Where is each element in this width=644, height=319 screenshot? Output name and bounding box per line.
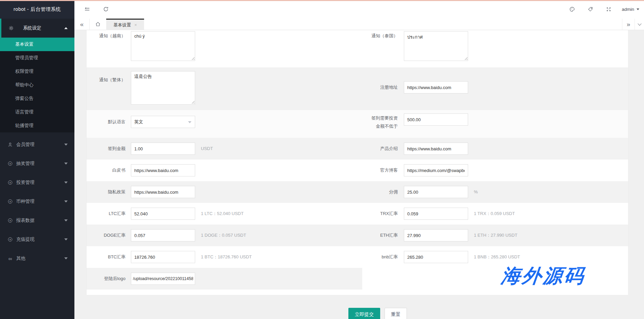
svg-text:¥: ¥ xyxy=(9,238,11,241)
commission-input[interactable] xyxy=(404,186,468,198)
svg-text:¥: ¥ xyxy=(9,162,11,165)
home-icon xyxy=(95,21,101,28)
collapse-menu-icon[interactable] xyxy=(82,4,92,14)
sidebar-item-popup-notice[interactable]: 弹窗公告 xyxy=(0,92,74,105)
double-chevron-right-icon: » xyxy=(627,21,630,27)
sidebar-item-help-center[interactable]: 帮助中心 xyxy=(0,78,74,92)
field-label: BTC汇率 xyxy=(87,251,129,263)
svg-text:¥: ¥ xyxy=(9,181,11,184)
chevron-down-icon xyxy=(64,238,68,240)
infinity-icon: ∞ xyxy=(7,256,13,261)
field-hint: 1 BTC：18726.760 USDT xyxy=(201,251,252,263)
tab-basic-settings[interactable]: 基本设置 × xyxy=(106,19,144,30)
chevron-down-icon xyxy=(638,22,641,25)
sidebar-section-other[interactable]: ∞ 其他 xyxy=(0,252,74,265)
main-content: 通知（越南） chú ý 通知（泰国） ประกาศ 通知（繁体） 這是公告 注… xyxy=(74,30,644,319)
notice-thailand-textarea[interactable]: ประกาศ xyxy=(404,31,468,61)
eth-rate-input[interactable] xyxy=(404,229,468,241)
bnb-rate-input[interactable] xyxy=(404,251,468,263)
field-label: 白皮书 xyxy=(87,164,129,176)
user-icon xyxy=(7,142,13,147)
sidebar-item-permission-management[interactable]: 权限管理 xyxy=(0,65,74,78)
sidebar-section-reports[interactable]: ¥ 报表数据 xyxy=(0,214,74,227)
chevron-down-icon xyxy=(64,144,68,146)
chevron-down-icon xyxy=(64,257,68,259)
sidebar-section-system-settings[interactable]: 系统设定 xyxy=(0,19,74,38)
field-label: LTC汇率 xyxy=(87,208,129,220)
field-label: 通知（越南） xyxy=(87,33,129,39)
tab-bar: « 基本设置 × » xyxy=(74,19,644,30)
home-tab[interactable] xyxy=(90,19,106,30)
yen-icon: ¥ xyxy=(7,180,13,185)
field-label: ETH汇率 xyxy=(320,229,401,241)
yen-icon: ¥ xyxy=(7,199,13,204)
signin-invest-min-input[interactable] xyxy=(404,113,468,126)
sidebar-section-label: 系统设定 xyxy=(23,25,41,31)
field-label: 签到需要投资 金额不低于 xyxy=(320,114,401,130)
signin-amount-input[interactable] xyxy=(131,143,195,155)
refresh-icon[interactable] xyxy=(101,4,111,14)
form-row: 通知（繁体） 這是公告 注册地址 xyxy=(87,67,628,110)
tag-icon[interactable] xyxy=(585,4,595,15)
field-hint: % xyxy=(474,186,478,198)
field-hint: 1 ETH：27.990 USDT xyxy=(474,229,518,241)
form-row: DOGE汇率 1 DOGE：0.057 USDT ETH汇率 1 ETH：27.… xyxy=(87,225,628,246)
sidebar-item-language-management[interactable]: 语言管理 xyxy=(0,105,74,119)
sidebar-section-label: 充值提现 xyxy=(16,236,34,242)
official-blog-input[interactable] xyxy=(404,164,468,176)
form-row: 通知（越南） chú ý 通知（泰国） ประกาศ xyxy=(87,30,628,67)
submit-button[interactable]: 立即提交 xyxy=(348,308,380,319)
field-label: 签到金额 xyxy=(87,143,129,155)
user-menu[interactable]: admin xyxy=(622,7,639,12)
sidebar-item-carousel-management[interactable]: 轮播管理 xyxy=(0,119,74,132)
svg-text:¥: ¥ xyxy=(9,200,11,203)
gear-icon xyxy=(8,25,14,31)
form-row: 隐私政策 分佣 % xyxy=(87,181,628,203)
notice-traditional-textarea[interactable]: 這是公告 xyxy=(131,71,195,105)
sidebar-item-admin-management[interactable]: 管理员管理 xyxy=(0,51,74,65)
field-hint: 1 DOGE：0.057 USDT xyxy=(201,229,246,241)
theme-palette-icon[interactable] xyxy=(567,4,577,15)
default-language-select[interactable]: 英文 xyxy=(131,116,195,128)
fullscreen-icon[interactable] xyxy=(603,4,614,15)
chevron-down-icon xyxy=(64,182,68,184)
field-label: 产品介绍 xyxy=(320,143,401,155)
sidebar-section-investment[interactable]: ¥ 投资管理 xyxy=(0,176,74,189)
field-label: 分佣 xyxy=(320,186,401,198)
notice-vietnam-textarea[interactable]: chú ý xyxy=(131,31,195,61)
close-icon[interactable]: × xyxy=(134,22,137,27)
sidebar-section-deposit-withdraw[interactable]: ¥ 充值提现 xyxy=(0,233,74,246)
sidebar-section-members[interactable]: 会员管理 xyxy=(0,138,74,151)
whitepaper-input[interactable] xyxy=(131,164,195,176)
form-row: 登陆后logo xyxy=(87,268,362,290)
sidebar-section-label: 会员管理 xyxy=(16,142,34,148)
btc-rate-input[interactable] xyxy=(131,251,195,263)
field-label: TRX汇率 xyxy=(320,208,401,220)
tab-label: 基本设置 xyxy=(113,22,131,28)
tabs-scroll-left[interactable]: « xyxy=(74,19,89,30)
privacy-policy-input[interactable] xyxy=(131,186,195,198)
sidebar-section-lottery[interactable]: ¥ 抽奖管理 xyxy=(0,157,74,170)
chevron-up-icon xyxy=(64,27,68,29)
form-row: 默认语言 英文 签到需要投资 金额不低于 xyxy=(87,110,628,138)
trx-rate-input[interactable] xyxy=(404,208,468,220)
field-label: 通知（繁体） xyxy=(87,77,129,83)
tabs-scroll-right[interactable]: » xyxy=(622,19,635,30)
register-url-input[interactable] xyxy=(404,81,468,93)
sidebar-section-label: 其他 xyxy=(16,255,25,261)
product-intro-input[interactable] xyxy=(404,143,468,155)
ltc-rate-input[interactable] xyxy=(131,208,195,220)
doge-rate-input[interactable] xyxy=(131,229,195,241)
field-label: 注册地址 xyxy=(320,81,401,93)
sidebar-section-label: 报表数据 xyxy=(16,217,34,224)
reset-button[interactable]: 重置 xyxy=(385,308,407,319)
active-section-indicator xyxy=(0,19,1,38)
login-logo-input[interactable] xyxy=(131,273,195,285)
yen-icon: ¥ xyxy=(7,218,13,223)
sidebar-section-currency[interactable]: ¥ 币种管理 xyxy=(0,195,74,208)
sidebar-item-basic-settings[interactable]: 基本设置 xyxy=(0,38,74,51)
sidebar-section-label: 币种管理 xyxy=(16,198,34,205)
sidebar-submenu: 基本设置 管理员管理 权限管理 帮助中心 弹窗公告 语言管理 轮播管理 xyxy=(0,38,74,132)
tabs-menu-toggle[interactable] xyxy=(635,19,644,30)
sidebar-section-label: 投资管理 xyxy=(16,179,34,186)
